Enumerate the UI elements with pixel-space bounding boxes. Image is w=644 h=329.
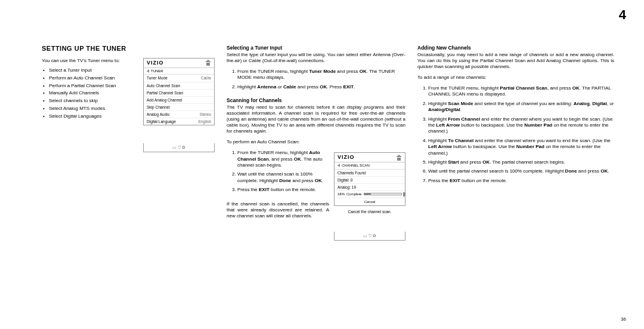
step-item: Wait until the channel scan is 100% comp…	[237, 171, 329, 184]
menu-row: Auto Channel Scan	[144, 82, 214, 90]
section-paragraph: If the channel scan is cancelled, the ch…	[227, 201, 329, 219]
step-item: Wait until the partial channel search is…	[428, 168, 614, 174]
menu-row: Digital LanguageEnglish	[144, 118, 214, 125]
menu-subtitle: CHANNEL SCAN	[342, 164, 370, 168]
cancel-row: Cancel	[335, 198, 405, 206]
page-number-bottom: 36	[621, 316, 626, 322]
menu-row: Partial Channel Scan	[144, 90, 214, 97]
section-heading: Scanning for Channels	[227, 97, 405, 103]
stop-icon	[403, 192, 405, 196]
step-item: Press the EXIT button on the remote.	[428, 178, 614, 184]
screenshot-caption: Cancel the channel scan.	[334, 210, 405, 214]
section-paragraph: The TV may need to scan for channels bef…	[227, 104, 405, 134]
menu-row: Analog AudioStereo	[144, 111, 214, 118]
page-number-top: 4	[619, 7, 626, 23]
page-title: SETTING UP THE TUNER	[42, 45, 215, 52]
section-paragraph: To add a range of new channels:	[417, 75, 614, 81]
steps-list: From the TUNER menu, highlight Tuner Mod…	[227, 69, 405, 90]
progress-row: 18% Complete	[335, 191, 405, 198]
back-arrow-icon	[147, 69, 149, 73]
column-intro: SETTING UP THE TUNER VIZIO TUNER Tuner M…	[42, 45, 215, 241]
step-item: Press the EXIT button on the remote.	[237, 187, 329, 193]
progress-bar	[364, 193, 402, 195]
step-item: Highlight Start and press OK. The partia…	[428, 159, 614, 165]
step-item: From the TUNER menu, highlight Partial C…	[428, 85, 614, 98]
tuner-menu-screenshot: VIZIO TUNER Tuner ModeCable Auto Channel…	[143, 58, 215, 152]
section-paragraph: Select the type of tuner input you will …	[227, 52, 405, 64]
menu-row: Analog: 19	[335, 184, 405, 191]
menu-footer-icons: ▭ ▽ ✿	[143, 143, 215, 152]
menu-row: Channels Found	[335, 170, 405, 177]
home-icon	[397, 155, 402, 161]
section-paragraph: To perform an Auto Channel Scan:	[227, 139, 405, 145]
step-item: From the TUNER menu, highlight Auto Chan…	[237, 150, 329, 168]
menu-row: Digital: 0	[335, 177, 405, 184]
column-right: Adding New Channels Occasionally, you ma…	[417, 45, 614, 241]
steps-list: From the TUNER menu, highlight Auto Chan…	[227, 150, 329, 196]
menu-row: Add Analog Channel	[144, 97, 214, 104]
column-middle: Selecting a Tuner Input Select the type …	[227, 45, 405, 241]
step-item: From the TUNER menu, highlight Tuner Mod…	[237, 69, 405, 81]
menu-row: Tuner ModeCable	[144, 75, 214, 82]
step-item: Highlight From Channel and enter the cha…	[428, 116, 614, 135]
section-heading: Selecting a Tuner Input	[227, 45, 405, 51]
section-paragraph: Occasionally, you may need to add a new …	[417, 52, 614, 70]
menu-row: Skip Channel	[144, 104, 214, 111]
page-content: SETTING UP THE TUNER VIZIO TUNER Tuner M…	[42, 45, 620, 241]
step-item: Highlight Antenna or Cable and press OK.…	[237, 84, 405, 90]
step-item: Highlight To Channel and enter the chann…	[428, 138, 614, 156]
channel-scan-screenshot: VIZIO CHANNEL SCAN Channels Found Digita…	[334, 152, 405, 241]
step-item: Highlight Scan Mode and select the type …	[428, 101, 614, 113]
menu-subtitle: TUNER	[151, 69, 163, 73]
back-arrow-icon	[338, 164, 340, 167]
menu-brand: VIZIO	[338, 155, 355, 161]
menu-brand: VIZIO	[147, 60, 164, 66]
menu-footer-icons: ▭ ▽ ✿	[334, 232, 405, 241]
steps-list: From the TUNER menu, highlight Partial C…	[417, 85, 614, 184]
section-heading: Adding New Channels	[417, 45, 614, 51]
home-icon	[206, 60, 211, 66]
